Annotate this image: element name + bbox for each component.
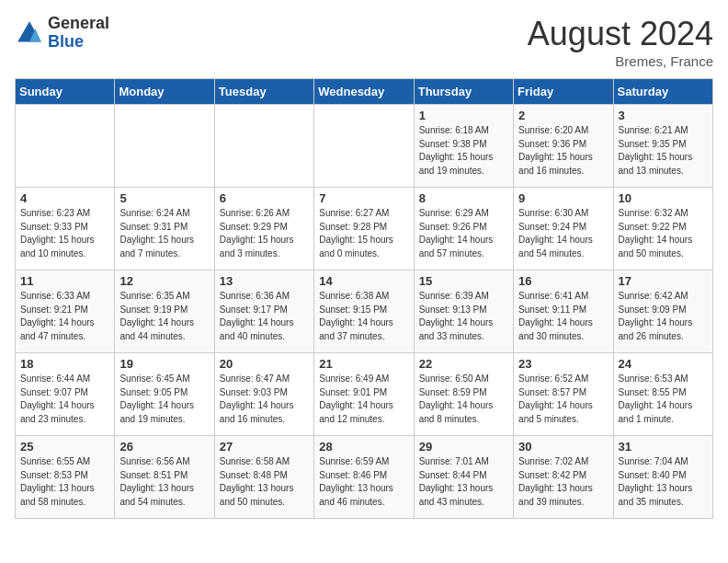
logo-icon <box>15 18 44 48</box>
day-number: 26 <box>119 440 209 454</box>
calendar-cell: 2Sunrise: 6:20 AM Sunset: 9:36 PM Daylig… <box>514 105 613 188</box>
day-number: 2 <box>518 109 608 122</box>
calendar-cell: 27Sunrise: 6:58 AM Sunset: 8:48 PM Dayli… <box>214 436 313 519</box>
day-number: 6 <box>220 191 309 205</box>
day-number: 7 <box>319 191 408 205</box>
day-detail: Sunrise: 6:47 AM Sunset: 9:03 PM Dayligh… <box>220 373 309 426</box>
day-number: 12 <box>119 274 209 288</box>
calendar-week-3: 18Sunrise: 6:44 AM Sunset: 9:07 PM Dayli… <box>16 353 713 436</box>
day-number: 15 <box>419 274 508 288</box>
calendar-week-0: 1Sunrise: 6:18 AM Sunset: 9:38 PM Daylig… <box>16 105 713 188</box>
day-detail: Sunrise: 6:21 AM Sunset: 9:35 PM Dayligh… <box>619 124 708 178</box>
day-detail: Sunrise: 6:35 AM Sunset: 9:19 PM Dayligh… <box>119 290 209 343</box>
calendar-cell <box>314 105 414 188</box>
logo-general: General <box>48 15 109 33</box>
day-detail: Sunrise: 6:45 AM Sunset: 9:05 PM Dayligh… <box>119 373 209 426</box>
day-detail: Sunrise: 6:33 AM Sunset: 9:21 PM Dayligh… <box>20 290 109 343</box>
day-number: 29 <box>419 440 508 454</box>
logo: General Blue <box>15 15 109 52</box>
day-detail: Sunrise: 7:02 AM Sunset: 8:42 PM Dayligh… <box>518 455 608 509</box>
day-detail: Sunrise: 6:20 AM Sunset: 9:36 PM Dayligh… <box>518 124 608 178</box>
calendar-week-4: 25Sunrise: 6:55 AM Sunset: 8:53 PM Dayli… <box>16 436 713 519</box>
calendar-cell: 16Sunrise: 6:41 AM Sunset: 9:11 PM Dayli… <box>514 270 613 353</box>
day-number: 25 <box>20 440 109 454</box>
calendar-week-2: 11Sunrise: 6:33 AM Sunset: 9:21 PM Dayli… <box>16 270 713 353</box>
day-number: 21 <box>319 357 408 371</box>
day-number: 24 <box>619 357 708 371</box>
calendar-cell: 5Sunrise: 6:24 AM Sunset: 9:31 PM Daylig… <box>115 188 214 270</box>
day-number: 18 <box>20 357 109 371</box>
calendar-cell <box>16 105 115 188</box>
header-friday: Friday <box>514 79 613 105</box>
day-detail: Sunrise: 6:56 AM Sunset: 8:51 PM Dayligh… <box>119 455 209 509</box>
day-detail: Sunrise: 6:29 AM Sunset: 9:26 PM Dayligh… <box>419 207 508 260</box>
calendar-cell: 11Sunrise: 6:33 AM Sunset: 9:21 PM Dayli… <box>16 270 115 353</box>
day-detail: Sunrise: 6:24 AM Sunset: 9:31 PM Dayligh… <box>119 207 209 260</box>
calendar-table: SundayMondayTuesdayWednesdayThursdayFrid… <box>15 78 713 519</box>
day-detail: Sunrise: 6:49 AM Sunset: 9:01 PM Dayligh… <box>319 373 408 426</box>
header-monday: Monday <box>115 79 214 105</box>
day-number: 4 <box>20 191 109 205</box>
calendar-cell: 29Sunrise: 7:01 AM Sunset: 8:44 PM Dayli… <box>414 436 513 519</box>
day-number: 30 <box>518 440 608 454</box>
calendar-cell: 4Sunrise: 6:23 AM Sunset: 9:33 PM Daylig… <box>16 188 115 270</box>
calendar-cell: 6Sunrise: 6:26 AM Sunset: 9:29 PM Daylig… <box>214 188 313 270</box>
day-number: 8 <box>419 191 508 205</box>
day-detail: Sunrise: 6:50 AM Sunset: 8:59 PM Dayligh… <box>419 373 508 426</box>
calendar-cell: 19Sunrise: 6:45 AM Sunset: 9:05 PM Dayli… <box>115 353 214 436</box>
calendar-cell: 14Sunrise: 6:38 AM Sunset: 9:15 PM Dayli… <box>314 270 414 353</box>
day-detail: Sunrise: 6:18 AM Sunset: 9:38 PM Dayligh… <box>419 124 508 178</box>
calendar-cell: 7Sunrise: 6:27 AM Sunset: 9:28 PM Daylig… <box>314 188 414 270</box>
day-number: 27 <box>220 440 309 454</box>
day-number: 22 <box>419 357 508 371</box>
calendar-cell: 12Sunrise: 6:35 AM Sunset: 9:19 PM Dayli… <box>115 270 214 353</box>
day-number: 14 <box>319 274 408 288</box>
day-detail: Sunrise: 6:44 AM Sunset: 9:07 PM Dayligh… <box>20 373 109 426</box>
day-detail: Sunrise: 6:59 AM Sunset: 8:46 PM Dayligh… <box>319 455 408 509</box>
day-number: 10 <box>619 191 708 205</box>
day-number: 13 <box>220 274 309 288</box>
calendar-cell: 9Sunrise: 6:30 AM Sunset: 9:24 PM Daylig… <box>514 188 613 270</box>
calendar-cell: 8Sunrise: 6:29 AM Sunset: 9:26 PM Daylig… <box>414 188 513 270</box>
day-number: 1 <box>419 109 508 122</box>
day-detail: Sunrise: 6:38 AM Sunset: 9:15 PM Dayligh… <box>319 290 408 343</box>
calendar-cell: 26Sunrise: 6:56 AM Sunset: 8:51 PM Dayli… <box>115 436 214 519</box>
day-number: 20 <box>220 357 309 371</box>
page-header: General Blue August 2024 Bremes, France <box>15 15 713 69</box>
header-tuesday: Tuesday <box>214 79 313 105</box>
day-number: 19 <box>119 357 209 371</box>
calendar-cell: 17Sunrise: 6:42 AM Sunset: 9:09 PM Dayli… <box>613 270 712 353</box>
location-subtitle: Bremes, France <box>528 53 713 69</box>
calendar-week-1: 4Sunrise: 6:23 AM Sunset: 9:33 PM Daylig… <box>16 188 713 270</box>
calendar-cell: 25Sunrise: 6:55 AM Sunset: 8:53 PM Dayli… <box>16 436 115 519</box>
day-detail: Sunrise: 6:58 AM Sunset: 8:48 PM Dayligh… <box>220 455 309 509</box>
day-detail: Sunrise: 6:52 AM Sunset: 8:57 PM Dayligh… <box>518 373 608 426</box>
calendar-cell: 3Sunrise: 6:21 AM Sunset: 9:35 PM Daylig… <box>613 105 712 188</box>
logo-blue: Blue <box>48 33 109 52</box>
day-detail: Sunrise: 6:36 AM Sunset: 9:17 PM Dayligh… <box>220 290 309 343</box>
month-title: August 2024 <box>528 15 713 53</box>
header-sunday: Sunday <box>16 79 115 105</box>
calendar-cell <box>214 105 313 188</box>
calendar-cell: 10Sunrise: 6:32 AM Sunset: 9:22 PM Dayli… <box>613 188 712 270</box>
calendar-cell: 20Sunrise: 6:47 AM Sunset: 9:03 PM Dayli… <box>214 353 313 436</box>
day-detail: Sunrise: 7:04 AM Sunset: 8:40 PM Dayligh… <box>619 455 708 509</box>
header-thursday: Thursday <box>414 79 513 105</box>
day-detail: Sunrise: 6:42 AM Sunset: 9:09 PM Dayligh… <box>619 290 708 343</box>
calendar-cell: 15Sunrise: 6:39 AM Sunset: 9:13 PM Dayli… <box>414 270 513 353</box>
day-number: 3 <box>619 109 708 122</box>
day-detail: Sunrise: 6:23 AM Sunset: 9:33 PM Dayligh… <box>20 207 109 260</box>
day-detail: Sunrise: 6:41 AM Sunset: 9:11 PM Dayligh… <box>518 290 608 343</box>
calendar-cell: 1Sunrise: 6:18 AM Sunset: 9:38 PM Daylig… <box>414 105 513 188</box>
header-wednesday: Wednesday <box>314 79 414 105</box>
calendar-cell: 22Sunrise: 6:50 AM Sunset: 8:59 PM Dayli… <box>414 353 513 436</box>
day-number: 5 <box>119 191 209 205</box>
calendar-cell: 18Sunrise: 6:44 AM Sunset: 9:07 PM Dayli… <box>16 353 115 436</box>
day-number: 23 <box>518 357 608 371</box>
title-block: August 2024 Bremes, France <box>528 15 713 69</box>
day-detail: Sunrise: 6:30 AM Sunset: 9:24 PM Dayligh… <box>518 207 608 260</box>
calendar-cell: 28Sunrise: 6:59 AM Sunset: 8:46 PM Dayli… <box>314 436 414 519</box>
day-number: 9 <box>518 191 608 205</box>
day-detail: Sunrise: 6:32 AM Sunset: 9:22 PM Dayligh… <box>619 207 708 260</box>
header-saturday: Saturday <box>613 79 712 105</box>
